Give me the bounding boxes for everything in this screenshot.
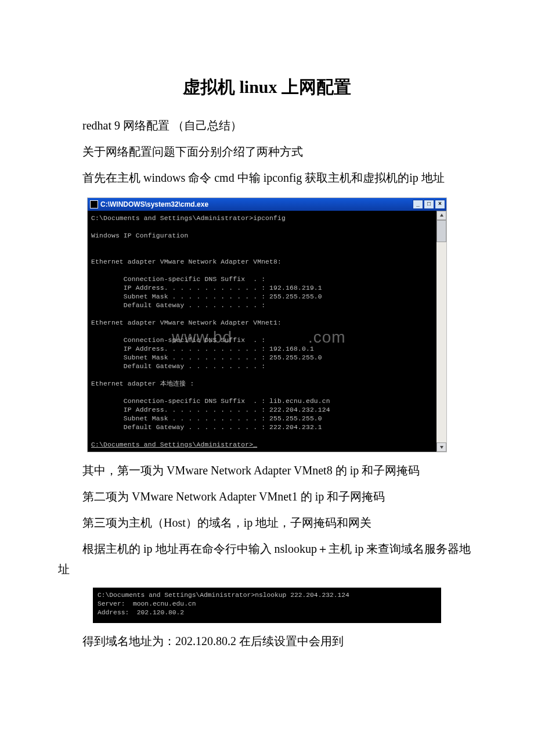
cmd-icon [90, 200, 98, 208]
document-page: 虚拟机 linux 上网配置 redhat 9 网络配置 （自己总结） 关于网络… [0, 0, 534, 692]
maximize-button[interactable]: □ [424, 200, 434, 209]
cmd-line: Subnet Mask . . . . . . . . . . . : 255.… [91, 354, 322, 361]
chevron-down-icon [439, 445, 444, 449]
scroll-thumb[interactable] [436, 220, 446, 242]
cmd-line: Subnet Mask . . . . . . . . . . . : 255.… [91, 293, 322, 300]
chevron-up-icon [439, 213, 444, 218]
paragraph: 关于网络配置问题下面分别介绍了两种方式 [58, 142, 476, 162]
close-button[interactable]: × [435, 200, 445, 209]
cmd-line: Ethernet adapter 本地连接 : [91, 380, 194, 387]
cmd-output: C:\Documents and Settings\Administrator>… [88, 211, 436, 452]
cmd-line: Default Gateway . . . . . . . . . : 222.… [91, 424, 322, 431]
cmd-line: Ethernet adapter VMware Network Adapter … [91, 258, 282, 265]
paragraph: redhat 9 网络配置 （自己总结） [58, 116, 476, 136]
cmd-line: Connection-specific DNS Suffix . : lib.e… [91, 398, 330, 405]
scroll-up-button[interactable] [436, 211, 446, 220]
cmd-line: IP Address. . . . . . . . . . . . : 192.… [91, 345, 314, 352]
cmd-titlebar: C:\WINDOWS\system32\cmd.exe _ □ × [88, 198, 446, 211]
page-title: 虚拟机 linux 上网配置 [58, 75, 476, 99]
cmd-line: Connection-specific DNS Suffix . : [91, 276, 265, 283]
cmd-line: Ethernet adapter VMware Network Adapter … [91, 319, 282, 326]
watermark: .com [308, 333, 346, 341]
cmd-line: Windows IP Configuration [91, 232, 189, 239]
nslookup-output: C:\Documents and Settings\Administrator>… [93, 588, 441, 623]
paragraph: 得到域名地址为：202.120.80.2 在后续设置中会用到 [58, 631, 476, 651]
cmd-window: C:\WINDOWS\system32\cmd.exe _ □ × C:\Doc… [87, 197, 447, 452]
cmd-title: C:\WINDOWS\system32\cmd.exe [100, 200, 208, 208]
paragraph: 第三项为主机（Host）的域名，ip 地址，子网掩码和网关 [58, 513, 476, 533]
window-buttons: _ □ × [412, 200, 445, 209]
cmd-line: Default Gateway . . . . . . . . . : [91, 302, 265, 309]
cmd-line: Subnet Mask . . . . . . . . . . . : 255.… [91, 415, 322, 422]
cmd-line: C:\Documents and Settings\Administrator>… [91, 215, 286, 222]
cmd-line: Server: moon.ecnu.edu.cn [98, 600, 196, 607]
scrollbar[interactable] [436, 211, 446, 452]
paragraph: 其中，第一项为 VMware Network Adapter VMnet8 的 … [58, 460, 476, 481]
cmd-line: IP Address. . . . . . . . . . . . : 192.… [91, 285, 322, 291]
cmd-line: Connection-specific DNS Suffix . : [91, 337, 265, 344]
scroll-track[interactable] [436, 220, 446, 442]
svg-marker-0 [440, 214, 443, 217]
svg-marker-1 [440, 446, 443, 449]
cmd-line: IP Address. . . . . . . . . . . . : 222.… [91, 406, 330, 413]
cmd-line: C:\Documents and Settings\Administrator>… [98, 592, 349, 599]
cmd-line: Address: 202.120.80.2 [98, 609, 184, 616]
paragraph: 第二项为 VMware Network Adapter VMnet1 的 ip … [58, 487, 476, 507]
minimize-button[interactable]: _ [413, 200, 423, 209]
paragraph: 根据主机的 ip 地址再在命令行中输入 nslookup＋主机 ip 来查询域名… [58, 539, 476, 579]
cmd-line: C:\Documents and Settings\Administrator>… [91, 441, 257, 448]
scroll-down-button[interactable] [436, 442, 446, 452]
cmd-line: Default Gateway . . . . . . . . . : [91, 363, 265, 370]
paragraph: 首先在主机 windows 命令 cmd 中输 ipconfig 获取主机和虚拟… [58, 168, 476, 188]
